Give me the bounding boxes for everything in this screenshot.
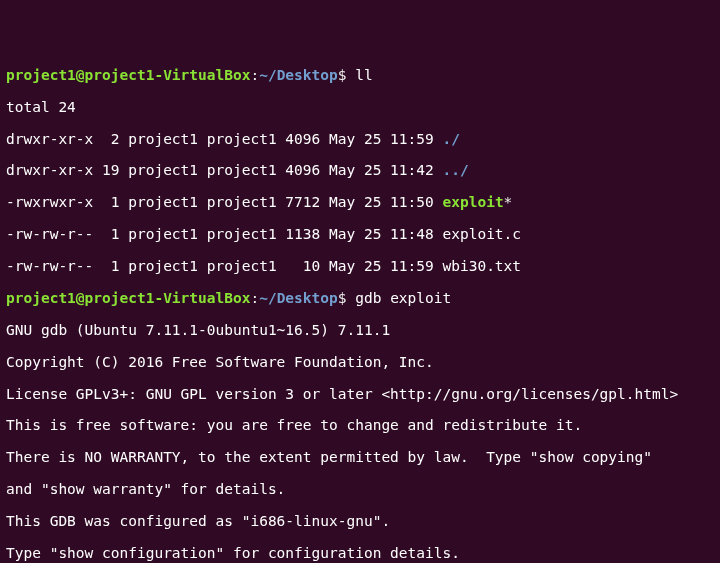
ls-row: -rw-rw-r-- 1 project1 project1 10 May 25… (6, 259, 714, 275)
command-input[interactable]: ll (355, 67, 372, 83)
user-host: project1@project1-VirtualBox (6, 67, 250, 83)
dir-name: ./ (443, 131, 460, 147)
cwd-path: ~/Desktop (259, 290, 338, 306)
ls-row: -rw-rw-r-- 1 project1 project1 1138 May … (6, 227, 714, 243)
ls-row: drwxr-xr-x 19 project1 project1 4096 May… (6, 163, 714, 179)
command-input[interactable]: gdb exploit (355, 290, 451, 306)
user-host: project1@project1-VirtualBox (6, 290, 250, 306)
gdb-output: License GPLv3+: GNU GPL version 3 or lat… (6, 387, 714, 403)
ls-row: -rwxrwxr-x 1 project1 project1 7712 May … (6, 195, 714, 211)
gdb-output: There is NO WARRANTY, to the extent perm… (6, 450, 714, 466)
gdb-output: This is free software: you are free to c… (6, 418, 714, 434)
ls-row: drwxr-xr-x 2 project1 project1 4096 May … (6, 132, 714, 148)
prompt-line-2: project1@project1-VirtualBox:~/Desktop$ … (6, 291, 714, 307)
gdb-output: GNU gdb (Ubuntu 7.11.1-0ubuntu1~16.5) 7.… (6, 323, 714, 339)
gdb-output: Type "show configuration" for configurat… (6, 546, 714, 562)
ls-total: total 24 (6, 100, 714, 116)
terminal-output[interactable]: project1@project1-VirtualBox:~/Desktop$ … (6, 68, 714, 563)
cwd-path: ~/Desktop (259, 67, 338, 83)
dir-name: ../ (443, 162, 469, 178)
exec-name: exploit (443, 194, 504, 210)
prompt-line-1: project1@project1-VirtualBox:~/Desktop$ … (6, 68, 714, 84)
gdb-output: and "show warranty" for details. (6, 482, 714, 498)
gdb-output: This GDB was configured as "i686-linux-g… (6, 514, 714, 530)
gdb-output: Copyright (C) 2016 Free Software Foundat… (6, 355, 714, 371)
